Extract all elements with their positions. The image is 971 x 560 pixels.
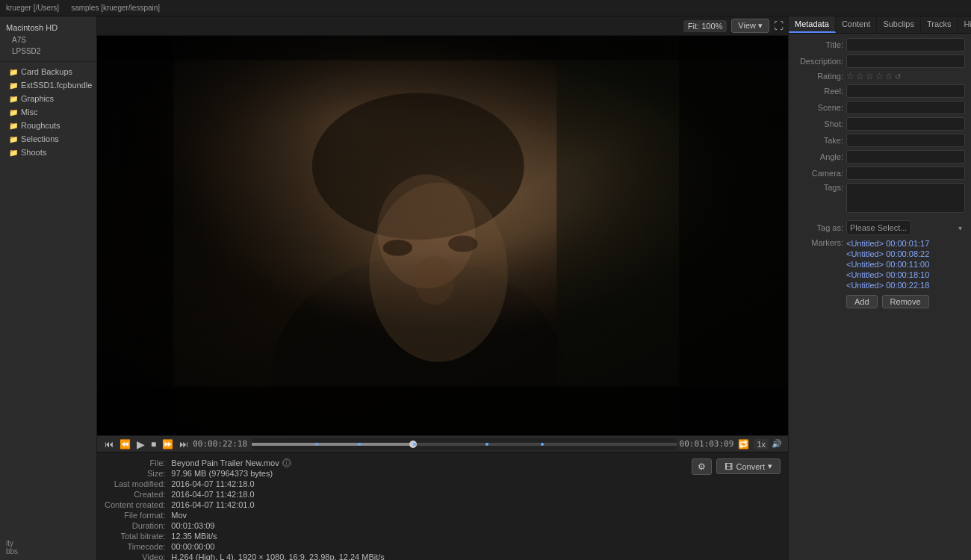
marker-dot xyxy=(413,443,416,446)
markers-row: Markers: <Untitled> 00:00:01:17 <Untitle… xyxy=(795,238,965,290)
sidebar-item-graphics[interactable]: 📁 Graphics xyxy=(0,92,96,105)
remove-marker-button[interactable]: Remove xyxy=(882,295,929,308)
view-button[interactable]: View ▾ xyxy=(731,19,769,33)
rating-reset[interactable]: ↺ xyxy=(895,72,901,81)
marker-item-4[interactable]: <Untitled> 00:00:18:10 xyxy=(846,270,965,280)
folder-icon: 📁 xyxy=(9,149,18,157)
tab-tracks[interactable]: Tracks xyxy=(921,16,958,33)
timecode-left: 00:00:22:18 xyxy=(193,439,249,449)
marker-item-1[interactable]: <Untitled> 00:00:01:17 xyxy=(846,238,965,249)
playback-speed[interactable]: 1x xyxy=(754,439,769,449)
content-created-label: Content created: xyxy=(105,500,165,509)
gear-settings-button[interactable]: ⚙ xyxy=(692,458,712,475)
file-format-label: File format: xyxy=(105,511,165,520)
sidebar-item-shoots[interactable]: 📁 Shoots xyxy=(0,146,96,159)
sidebar-item-extssd1[interactable]: 📁 ExtSSD1.fcpbundle xyxy=(0,78,96,92)
loop-button[interactable]: 🔁 xyxy=(736,439,751,449)
video-frame xyxy=(97,36,788,435)
sidebar-item-roughcuts[interactable]: 📁 Roughcuts xyxy=(0,119,96,132)
folder-icon: 📁 xyxy=(9,81,18,90)
marker-dot xyxy=(315,443,318,446)
timecode-right: 00:01:03:09 xyxy=(680,439,734,449)
marker-item-3[interactable]: <Untitled> 00:00:11:00 xyxy=(846,259,965,270)
jump-start-button[interactable]: ⏮ xyxy=(103,439,115,449)
last-modified-value: 2016-04-07 11:42:18.0 xyxy=(171,479,384,488)
sidebar-divider xyxy=(0,61,96,62)
tab-content[interactable]: Content xyxy=(836,16,878,33)
timeline-scrubber[interactable] xyxy=(252,438,676,450)
video-svg xyxy=(97,36,788,435)
meta-row-scene: Scene: xyxy=(795,101,965,114)
take-input[interactable] xyxy=(846,134,965,147)
tab-subclips[interactable]: Subclips xyxy=(877,16,921,33)
play-button[interactable]: ▶ xyxy=(135,438,146,450)
tag-as-select[interactable]: Please Select... xyxy=(846,220,911,235)
sidebar-device-a7s[interactable]: A7S xyxy=(0,34,96,46)
camera-input[interactable] xyxy=(846,167,965,180)
sidebar-item-selections[interactable]: 📁 Selections xyxy=(0,132,96,146)
folder-icon: 📁 xyxy=(9,122,18,130)
meta-row-angle: Angle: xyxy=(795,150,965,164)
file-info-icon[interactable]: ⓘ xyxy=(282,458,291,467)
convert-film-icon: 🎞 xyxy=(725,462,733,471)
step-back-button[interactable]: ⏪ xyxy=(118,439,132,449)
sidebar-item-misc[interactable]: 📁 Misc xyxy=(0,105,96,119)
meta-row-rating: Rating: ☆ ☆ ☆ ☆ ☆ ↺ xyxy=(795,71,965,81)
fullscreen-button[interactable]: ⛶ xyxy=(774,20,784,31)
star-4[interactable]: ☆ xyxy=(875,71,884,81)
duration-value: 00:01:03:09 xyxy=(171,521,384,530)
tab-metadata[interactable]: Metadata xyxy=(789,16,836,33)
file-format-value: Mov xyxy=(171,511,384,520)
tag-as-label: Tag as: xyxy=(795,223,843,232)
description-label: Description: xyxy=(795,57,843,66)
playback-controls: ⏮ ⏪ ▶ ■ ⏩ ⏭ 00:00:22:18 00 xyxy=(97,435,788,452)
angle-label: Angle: xyxy=(795,152,843,161)
file-value: Beyond Pain Trailer New.mov ⓘ xyxy=(171,458,384,467)
scene-input[interactable] xyxy=(846,101,965,114)
tags-label: Tags: xyxy=(795,183,843,192)
marker-dot xyxy=(541,443,544,446)
timecode-info-value: 00:00:00:00 xyxy=(171,542,384,551)
video-toolbar: Fit: 100% View ▾ ⛶ xyxy=(97,16,788,36)
camera-label: Camera: xyxy=(795,169,843,178)
top-bar: krueger [/Users] samples [krueger/lesspa… xyxy=(0,0,971,16)
description-input[interactable] xyxy=(846,55,965,68)
convert-button[interactable]: 🎞 Convert ▾ xyxy=(716,458,781,474)
svg-rect-7 xyxy=(97,36,173,435)
sidebar-item-card-backups[interactable]: 📁 Card Backups xyxy=(0,65,96,78)
reel-input[interactable] xyxy=(846,84,965,98)
video-label: Video: xyxy=(105,553,165,560)
info-bar: File: Beyond Pain Trailer New.mov ⓘ Size… xyxy=(97,452,788,560)
meta-row-description: Description: xyxy=(795,55,965,68)
svg-rect-9 xyxy=(97,36,788,60)
total-bitrate-value: 12.35 MBit/s xyxy=(171,532,384,541)
star-1[interactable]: ☆ xyxy=(846,71,854,81)
last-modified-label: Last modified: xyxy=(105,479,165,488)
timecode-info-label: Timecode: xyxy=(105,542,165,551)
tab-histogr[interactable]: Histogr... xyxy=(958,16,971,33)
shot-input[interactable] xyxy=(846,117,965,131)
meta-row-take: Take: xyxy=(795,134,965,147)
meta-row-shot: Shot: xyxy=(795,117,965,131)
jump-end-button[interactable]: ⏭ xyxy=(178,439,190,449)
title-input[interactable] xyxy=(846,38,965,52)
folder-icon: 📁 xyxy=(9,135,18,143)
stop-button[interactable]: ■ xyxy=(149,439,158,449)
tags-area[interactable] xyxy=(846,183,965,213)
marker-item-2[interactable]: <Untitled> 00:00:08:22 xyxy=(846,249,965,259)
star-3[interactable]: ☆ xyxy=(866,71,874,81)
sidebar-bottom: ity bbs xyxy=(0,535,96,560)
sidebar-device-lpssd2[interactable]: LPSSD2 xyxy=(0,46,96,57)
step-forward-button[interactable]: ⏩ xyxy=(161,439,175,449)
metadata-content: Title: Description: Rating: ☆ ☆ ☆ ☆ ☆ ↺ xyxy=(789,34,971,560)
angle-input[interactable] xyxy=(846,150,965,164)
star-2[interactable]: ☆ xyxy=(856,71,864,81)
star-5[interactable]: ☆ xyxy=(885,71,893,81)
add-marker-button[interactable]: Add xyxy=(846,295,878,308)
sidebar-device-macintosh[interactable]: Macintosh HD xyxy=(0,21,96,34)
shot-label: Shot: xyxy=(795,119,843,128)
duration-label: Duration: xyxy=(105,521,165,530)
size-label: Size: xyxy=(105,469,165,478)
volume-button[interactable]: 🔊 xyxy=(772,439,782,449)
marker-item-5[interactable]: <Untitled> 00:00:22:18 xyxy=(846,280,965,290)
